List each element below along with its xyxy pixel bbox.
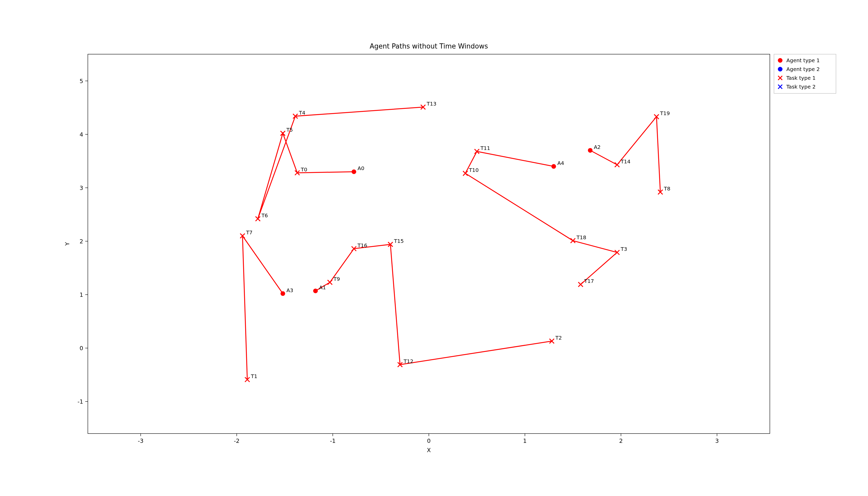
agent-path-a1: [315, 244, 552, 365]
x-tick-label: 2: [619, 438, 623, 444]
y-tick-label: 1: [79, 292, 83, 298]
point-label-t1: T1: [251, 373, 257, 379]
y-tick-label: 0: [79, 345, 83, 352]
point-labels: A0A1A2A3A4T0T1T2T3T4T5T6T7T8T9T10T11T12T…: [246, 100, 670, 379]
point-label-a3: A3: [286, 287, 293, 293]
x-axis-label: X: [427, 447, 431, 453]
chart-root: -3-2-10123 -1012345 X Y Agent Paths with…: [0, 0, 868, 496]
point-label-t6: T6: [261, 212, 268, 219]
point-label-t3: T3: [620, 246, 627, 252]
agent-marker-a2: [588, 148, 593, 153]
y-axis-ticks: -1012345: [77, 78, 88, 405]
agent-marker-a1: [313, 289, 318, 293]
point-label-t19: T19: [660, 110, 670, 117]
point-label-t9: T9: [333, 276, 340, 282]
point-label-t14: T14: [620, 158, 631, 165]
y-tick-label: 3: [79, 185, 83, 191]
point-label-a0: A0: [358, 165, 364, 171]
point-label-t15: T15: [394, 238, 404, 244]
legend-item-label: Task type 1: [786, 75, 815, 81]
point-label-t4: T4: [299, 110, 305, 116]
point-label-t16: T16: [357, 242, 368, 249]
agent-markers: [281, 148, 593, 296]
y-tick-label: 5: [79, 78, 83, 84]
point-label-t17: T17: [584, 278, 594, 284]
point-label-a4: A4: [557, 160, 564, 166]
legend-marker-icon: [778, 67, 782, 72]
point-label-t13: T13: [426, 100, 437, 107]
point-label-t2: T2: [555, 335, 562, 341]
point-label-t12: T12: [403, 358, 413, 365]
point-label-a1: A1: [319, 284, 326, 291]
point-label-t0: T0: [301, 167, 308, 173]
y-axis-label: Y: [64, 242, 71, 246]
legend-item-label: Agent type 1: [787, 57, 820, 63]
y-tick-label: 4: [79, 131, 83, 138]
x-axis-ticks: -3-2-10123: [138, 434, 719, 444]
point-label-t7: T7: [246, 229, 253, 236]
x-tick-label: -2: [234, 438, 239, 444]
point-label-a2: A2: [594, 144, 601, 150]
legend-marker-icon: [778, 58, 782, 63]
agent-marker-a0: [351, 169, 356, 174]
point-label-t5: T5: [286, 127, 293, 133]
point-label-t10: T10: [469, 167, 479, 173]
x-tick-label: 1: [523, 438, 527, 444]
agent-path-a2: [590, 117, 660, 192]
x-tick-label: -3: [138, 438, 144, 444]
y-tick-label: 2: [79, 238, 83, 245]
x-tick-label: 0: [427, 438, 431, 444]
y-tick-label: -1: [77, 399, 83, 405]
chart-svg: -3-2-10123 -1012345 X Y Agent Paths with…: [0, 0, 868, 496]
x-tick-label: -1: [330, 438, 335, 444]
legend-item-label: Agent type 2: [787, 66, 820, 72]
agent-marker-a4: [551, 164, 556, 169]
point-label-t11: T11: [480, 145, 490, 151]
x-tick-label: 3: [715, 438, 719, 444]
legend-item-label: Task type 2: [786, 83, 815, 90]
agent-path-a0: [258, 107, 423, 219]
agent-path-a4: [465, 152, 617, 285]
legend: Agent type 1Agent type 2Task type 1Task …: [774, 54, 836, 93]
point-label-t18: T18: [577, 234, 586, 241]
chart-title: Agent Paths without Time Windows: [370, 42, 488, 50]
agent-path-a3: [243, 236, 283, 379]
agent-marker-a3: [281, 291, 285, 296]
point-label-t8: T8: [664, 186, 670, 192]
